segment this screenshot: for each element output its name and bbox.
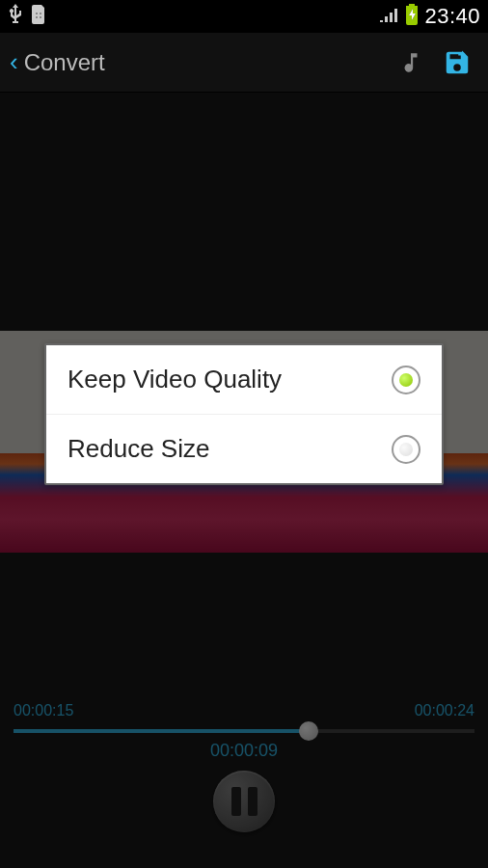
video-container: Keep Video Quality Reduce Size 00:00:15 …	[0, 93, 488, 868]
pause-icon	[231, 787, 258, 816]
trim-end-time: 00:00:24	[415, 702, 474, 719]
player-controls: 00:00:15 00:00:24 00:00:09	[0, 675, 488, 868]
option-label: Reduce Size	[68, 434, 392, 464]
signal-icon	[380, 7, 399, 26]
status-bar: 23:40	[0, 0, 488, 33]
page-title: Convert	[24, 49, 105, 76]
back-button[interactable]: ‹	[10, 47, 18, 77]
save-icon[interactable]	[436, 41, 478, 84]
battery-charging-icon	[405, 4, 419, 29]
trim-start-time: 00:00:15	[14, 702, 73, 719]
pause-button[interactable]	[213, 771, 275, 832]
option-label: Keep Video Quality	[68, 365, 392, 394]
radio-unselected-icon[interactable]	[392, 435, 420, 464]
action-bar: ‹ Convert	[0, 33, 488, 93]
radio-selected-icon[interactable]	[392, 366, 420, 394]
usb-icon	[8, 4, 23, 29]
progress-thumb[interactable]	[299, 721, 318, 741]
option-keep-quality[interactable]: Keep Video Quality	[46, 345, 442, 414]
progress-track[interactable]	[14, 729, 474, 733]
sim-icon	[31, 5, 46, 28]
elapsed-time: 00:00:09	[14, 741, 474, 761]
music-note-icon[interactable]	[390, 41, 432, 84]
progress-fill	[14, 729, 309, 733]
quality-dialog: Keep Video Quality Reduce Size	[44, 343, 444, 485]
status-time: 23:40	[424, 4, 480, 29]
option-reduce-size[interactable]: Reduce Size	[46, 414, 442, 483]
